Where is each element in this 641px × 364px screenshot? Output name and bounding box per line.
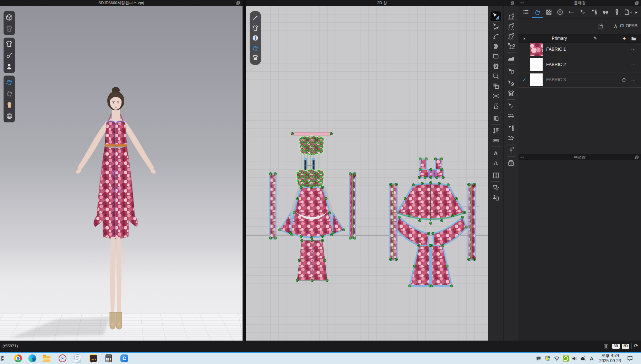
pattern-pieces[interactable] (246, 0, 488, 341)
rename-group-button[interactable]: ✎ (593, 36, 597, 41)
steam-iron-tool[interactable] (506, 54, 516, 64)
arrange-on-avatar-tool[interactable] (490, 193, 501, 203)
create-rectangle-tool[interactable] (490, 51, 501, 61)
bind-tool[interactable] (506, 158, 516, 168)
pattern-piece-back-skirt-right[interactable] (409, 244, 453, 287)
taskbar-pinned-partial-icon[interactable] (0, 354, 6, 363)
fabric-row-1[interactable]: FABRIC 1 ⋯ (518, 42, 641, 57)
colorway-group-header[interactable]: ▾ Primary ✎ + (518, 34, 641, 43)
tab-puckering[interactable] (590, 7, 599, 17)
add-fabric-file-button[interactable] (597, 23, 604, 29)
edit-sewing-tool[interactable] (506, 41, 516, 51)
3d-window-titlebar[interactable]: SDJD6600셔링원피스.zprj (0, 0, 243, 6)
tabs-scroll-right[interactable]: ▸ (634, 7, 639, 17)
pattern-piece-shirred-top[interactable] (299, 136, 324, 155)
sync-refresh-button[interactable]: ⟳ (634, 343, 639, 349)
edit-pattern-tool[interactable] (490, 21, 501, 31)
pattern-piece-side-strip-right[interactable] (349, 173, 356, 239)
taskbar-notepad-icon[interactable] (73, 354, 82, 363)
fold-arrangement-tool[interactable] (490, 113, 501, 123)
fabric-row-2[interactable]: FABRIC 2 ⋯ (518, 57, 641, 72)
taskbar-chrome-icon[interactable] (13, 354, 23, 363)
clofab-library-link[interactable]: CLOFAB (620, 23, 637, 28)
pattern-piece-strip-right-b[interactable] (468, 183, 476, 261)
show-garment-fit-button[interactable] (5, 24, 14, 33)
edit-basting-tool[interactable] (506, 111, 516, 121)
measure-tool[interactable] (490, 126, 501, 136)
split-view-button[interactable] (603, 343, 609, 349)
trace-tool[interactable] (490, 71, 501, 81)
fabric-2-menu-button[interactable]: ⋯ (631, 62, 636, 67)
fabric-2-swatch[interactable] (530, 58, 543, 71)
select-move-garment-tool[interactable] (506, 66, 516, 76)
property-collapse-icon[interactable] (520, 155, 524, 159)
add-text-tool[interactable]: A (490, 158, 501, 168)
fabric-row-3[interactable]: ✓ FABRIC 3 ⋯ (518, 72, 641, 88)
tray-ime-indicator[interactable]: A (588, 355, 595, 362)
tab-pin[interactable] (567, 7, 576, 17)
taskbar-edge-icon[interactable] (28, 354, 37, 363)
free-sewing-tool[interactable] (506, 21, 516, 31)
add-fabric-button[interactable]: + (623, 35, 626, 41)
toggle-3d-view-button[interactable]: 3D (612, 344, 620, 349)
pattern-piece-strip-right-a[interactable] (390, 183, 398, 261)
needle-tool-button[interactable] (251, 14, 260, 22)
tray-wifi-icon[interactable] (553, 355, 560, 362)
fabric-3-swatch[interactable] (530, 73, 543, 86)
3d-window-float-icon[interactable] (236, 1, 240, 5)
taskbar-clo-icon[interactable]: C (120, 354, 129, 363)
texture-edit-tool[interactable] (506, 88, 516, 98)
tab-topstitch[interactable] (578, 7, 587, 17)
edit-text-tool[interactable]: A (490, 148, 501, 158)
property-panel-titlebar[interactable]: 속성창 (518, 154, 641, 160)
elastic-band-tool[interactable] (506, 133, 516, 143)
fabric-1-swatch[interactable] (530, 43, 543, 56)
tab-object-list[interactable] (521, 7, 531, 17)
tray-volume-muted-icon[interactable] (571, 355, 578, 362)
object-panel-titlebar[interactable]: 물체창 (518, 0, 641, 6)
tab-bow[interactable] (601, 7, 610, 17)
collapse-panel-icon[interactable] (520, 1, 524, 5)
taskbar-calculator-icon[interactable] (104, 354, 113, 363)
2d-pattern-canvas[interactable] (246, 6, 488, 341)
tab-zipper[interactable] (612, 7, 621, 17)
taskbar-file-explorer-icon[interactable] (42, 354, 51, 363)
show-garment-2d-button[interactable] (251, 24, 260, 32)
cut-sew-tool[interactable] (490, 91, 501, 101)
fabric-view-button[interactable] (251, 44, 260, 52)
tray-nvidia-icon[interactable] (562, 355, 569, 362)
fabric-texture-button[interactable] (5, 77, 14, 87)
object-panel-float-icon[interactable] (635, 1, 639, 5)
pattern-info-button[interactable] (251, 34, 260, 42)
tray-security-shield-icon[interactable] (544, 355, 551, 362)
fabric-3-menu-button[interactable]: ⋯ (631, 77, 636, 83)
fabric-mesh-button[interactable] (5, 89, 14, 98)
pattern-piece-skirt-right-main[interactable] (396, 182, 466, 225)
new-folder-button[interactable] (631, 35, 637, 42)
pattern-piece-bodice-right[interactable] (418, 158, 445, 179)
pin-tool-button[interactable] (5, 51, 14, 60)
tab-graphic[interactable] (544, 7, 553, 17)
edit-curvature-tool[interactable] (490, 31, 501, 41)
taskbar-kakaotalk-icon[interactable]: TALK (89, 354, 98, 363)
pattern-piece-strap-band[interactable] (291, 133, 333, 135)
pattern-piece-shirred-mid[interactable] (296, 169, 324, 188)
toggle-2d-view-button[interactable]: 2D (622, 344, 629, 349)
mannequin-head-button[interactable] (5, 100, 14, 109)
pattern-piece-side-strip-left[interactable] (270, 173, 277, 239)
tray-recording-icon[interactable] (579, 355, 586, 362)
zipper-tool[interactable] (506, 145, 516, 155)
fabric-1-menu-button[interactable]: ⋯ (631, 47, 636, 52)
avatar-3d[interactable] (63, 84, 169, 337)
3d-viewport[interactable] (0, 6, 243, 341)
create-polygon-tool[interactable] (490, 41, 501, 51)
pattern-piece-back-skirt[interactable] (296, 239, 328, 282)
show-garment-button[interactable] (5, 39, 14, 49)
property-panel-float-icon[interactable] (635, 155, 639, 160)
tab-button[interactable] (555, 7, 565, 17)
show-avatar-button[interactable] (5, 62, 14, 71)
shirring-tool[interactable] (490, 61, 501, 71)
mn-sewing-tool[interactable] (506, 31, 516, 41)
pleats-tool[interactable] (490, 170, 501, 180)
pattern-piece-skirt-front[interactable] (279, 186, 345, 239)
